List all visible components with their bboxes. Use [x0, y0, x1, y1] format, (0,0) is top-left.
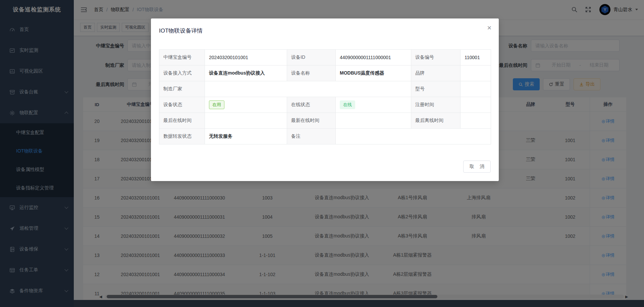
device-detail-table: 中继宝盒编号202403200101001设备ID440900000011110…	[159, 49, 491, 144]
detail-label: 在线状态	[287, 97, 336, 113]
detail-value	[461, 65, 491, 81]
detail-label: 最后在线时间	[159, 113, 205, 129]
detail-value: 在用	[205, 97, 287, 113]
detail-label: 设备接入方式	[159, 65, 205, 81]
cancel-button[interactable]: 取 消	[463, 161, 491, 173]
detail-value	[336, 113, 411, 129]
detail-value	[461, 113, 491, 129]
detail-value: 202403200101001	[205, 50, 287, 65]
detail-value: 在线	[336, 97, 411, 113]
app-root: 设备巡检监测系统 首页实时监测可视化园区设备台账物联配置中继宝盒配置IOT物联设…	[0, 0, 644, 307]
detail-value	[205, 81, 411, 97]
detail-value	[461, 81, 491, 97]
detail-label: 设备编号	[411, 50, 461, 65]
detail-row: 设备状态在用在线状态在线注册时间	[159, 97, 491, 113]
detail-value: 44090000001111000001	[336, 50, 411, 65]
detail-value: MODBUS温度传感器	[336, 65, 411, 81]
detail-row: 数据转发状态无转发服务备注	[159, 129, 491, 144]
detail-label: 型号	[411, 81, 461, 97]
detail-value: 110001	[461, 50, 491, 65]
detail-row: 中继宝盒编号202403200101001设备ID440900000011110…	[159, 50, 491, 65]
detail-label: 制造厂家	[159, 81, 205, 97]
modal-title: IOT物联设备详情	[159, 27, 203, 35]
detail-label: 备注	[287, 129, 336, 144]
detail-label: 数据转发状态	[159, 129, 205, 144]
close-icon[interactable]: ✕	[487, 25, 492, 32]
detail-label: 中继宝盒编号	[159, 50, 205, 65]
iot-device-detail-modal: IOT物联设备详情 ✕ 中继宝盒编号202403200101001设备ID440…	[151, 18, 499, 181]
detail-value: 无转发服务	[205, 129, 287, 144]
detail-label: 最新在线时间	[287, 113, 336, 129]
status-tag-online: 在线	[340, 100, 355, 109]
detail-label: 设备名称	[287, 65, 336, 81]
detail-row: 制造厂家型号	[159, 81, 491, 97]
status-tag-in-use: 在用	[209, 100, 224, 109]
detail-label: 设备ID	[287, 50, 336, 65]
detail-value	[461, 97, 491, 113]
detail-row: 最后在线时间最新在线时间最后离线时间	[159, 113, 491, 129]
detail-value	[205, 113, 287, 129]
detail-value	[336, 129, 491, 144]
detail-label: 最后离线时间	[411, 113, 461, 129]
detail-row: 设备接入方式设备直连modbus协议接入设备名称MODBUS温度传感器品牌	[159, 65, 491, 81]
detail-label: 设备状态	[159, 97, 205, 113]
detail-value: 设备直连modbus协议接入	[205, 65, 287, 81]
detail-label: 注册时间	[411, 97, 461, 113]
detail-label: 品牌	[411, 65, 461, 81]
